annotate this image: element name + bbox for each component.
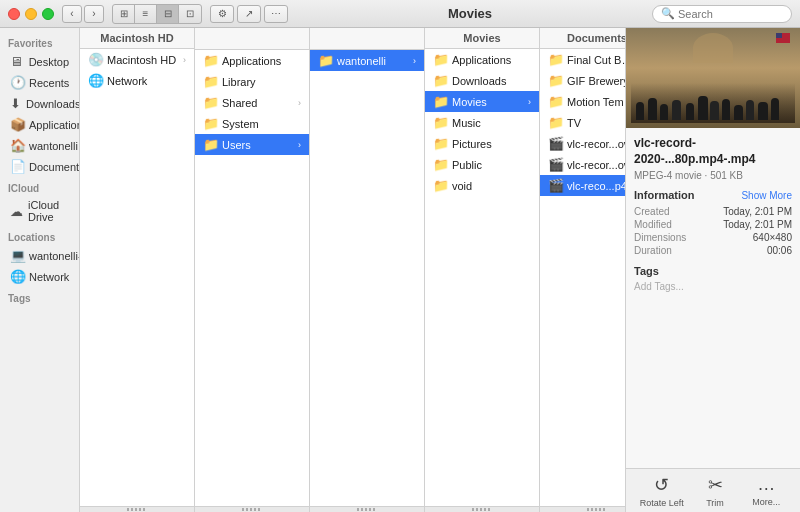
file-icon-public3: 📁 — [433, 157, 447, 172]
trim-icon: ✂ — [708, 474, 723, 496]
file-item-tv[interactable]: 📁 TV › — [540, 112, 625, 133]
file-icon-pictures3: 📁 — [433, 136, 447, 151]
sidebar-section-tags: Tags — [0, 287, 79, 306]
close-button[interactable] — [8, 8, 20, 20]
trim-label: Trim — [706, 498, 724, 508]
share-button[interactable]: ↗ — [237, 5, 261, 23]
view-column-btn[interactable]: ⊟ — [157, 5, 179, 23]
file-item-downloads3[interactable]: 📁 Downloads — [425, 70, 539, 91]
traffic-lights — [8, 8, 54, 20]
file-icon-shared: 📁 — [203, 95, 217, 110]
more-button[interactable]: … More... — [746, 474, 786, 507]
file-item-users[interactable]: 📁 Users › — [195, 134, 309, 155]
search-input[interactable] — [678, 8, 783, 20]
file-icon-tv: 📁 — [548, 115, 562, 130]
file-item-applications2[interactable]: 📁 Applications — [195, 50, 309, 71]
more-icon: … — [757, 474, 775, 495]
file-item-music3[interactable]: 📁 Music — [425, 112, 539, 133]
forward-button[interactable]: › — [84, 5, 104, 23]
maximize-button[interactable] — [42, 8, 54, 20]
back-button[interactable]: ‹ — [62, 5, 82, 23]
sidebar-icon-recents: 🕐 — [10, 75, 24, 90]
sidebar-item-icloud-drive[interactable]: ☁iCloud Drive — [2, 196, 77, 226]
info-label: Created — [634, 206, 670, 217]
file-icon-vlc2: 🎬 — [548, 157, 562, 172]
file-name-system: System — [222, 118, 301, 130]
file-item-shared[interactable]: 📁 Shared › — [195, 92, 309, 113]
add-tags[interactable]: Add Tags... — [634, 281, 792, 292]
column-header-0: Macintosh HD — [80, 28, 194, 49]
scene-background — [626, 28, 800, 128]
column-resize-handle-0[interactable] — [80, 506, 194, 512]
preview-info: vlc-record-2020-...80p.mp4-.mp4 MPEG-4 m… — [626, 128, 800, 468]
file-item-vlc1[interactable]: 🎬 vlc-recor...ov-.mp4 — [540, 133, 625, 154]
file-icon-vlc1: 🎬 — [548, 136, 562, 151]
file-icon-movies3: 📁 — [433, 94, 447, 109]
file-item-movies3[interactable]: 📁 Movies › — [425, 91, 539, 112]
view-gallery-btn[interactable]: ⊡ — [179, 5, 201, 23]
sidebar-item-desktop[interactable]: 🖥Desktop — [2, 51, 77, 72]
info-value: Today, 2:01 PM — [723, 206, 792, 217]
file-name-finalcut: Final Cut Backups — [567, 54, 625, 66]
sidebar-item-downloads[interactable]: ⬇Downloads — [2, 93, 77, 114]
column-resize-handle-1[interactable] — [195, 506, 309, 512]
file-item-system[interactable]: 📁 System — [195, 113, 309, 134]
scene-arch — [693, 33, 733, 63]
column-resize-handle-4[interactable] — [540, 506, 625, 512]
sidebar-icon-network: 🌐 — [10, 269, 24, 284]
sidebar-item-network[interactable]: 🌐Network — [2, 266, 77, 287]
file-item-finalcut[interactable]: 📁 Final Cut Backups › — [540, 49, 625, 70]
file-list-4: 📁 Final Cut Backups › 📁 GIF Brewery 3 › … — [540, 49, 625, 506]
minimize-button[interactable] — [25, 8, 37, 20]
file-item-motiontemplates[interactable]: 📁 Motion Templates › — [540, 91, 625, 112]
info-section-title: Information — [634, 189, 695, 201]
search-bar[interactable]: 🔍 — [652, 5, 792, 23]
file-item-pictures3[interactable]: 📁 Pictures — [425, 133, 539, 154]
sidebar-icon-desktop: 🖥 — [10, 54, 24, 69]
preview-toolbar: ↺ Rotate Left ✂ Trim … More... — [626, 468, 800, 512]
file-arrow-wantonelli2: › — [413, 56, 416, 66]
file-name-applications3: Applications — [452, 54, 531, 66]
arrange-button[interactable]: ⚙ — [210, 5, 234, 23]
file-name-vlc2: vlc-recor...ov-.mp4 — [567, 159, 625, 171]
file-name-network-col1: Network — [107, 75, 186, 87]
info-section-header: Information Show More — [634, 189, 792, 201]
sidebar-item-documents[interactable]: 📄Documents — [2, 156, 77, 177]
file-item-gifbrewery[interactable]: 📁 GIF Brewery 3 › — [540, 70, 625, 91]
more-action-button[interactable]: ⋯ — [264, 5, 288, 23]
trim-button[interactable]: ✂ Trim — [695, 474, 735, 508]
file-item-library[interactable]: 📁 Library — [195, 71, 309, 92]
file-icon-wantonelli2: 📁 — [318, 53, 332, 68]
file-item-applications3[interactable]: 📁 Applications — [425, 49, 539, 70]
file-item-void3[interactable]: 📁 void — [425, 175, 539, 196]
info-value: 00:06 — [767, 245, 792, 256]
file-arrow-shared: › — [298, 98, 301, 108]
sidebar-item-recents[interactable]: 🕐Recents — [2, 72, 77, 93]
sidebar: Favorites🖥Desktop🕐Recents⬇Downloads📦Appl… — [0, 28, 80, 512]
file-item-vlc2[interactable]: 🎬 vlc-recor...ov-.mp4 — [540, 154, 625, 175]
sidebar-item-wantonelli[interactable]: 🏠wantonelli — [2, 135, 77, 156]
preview-panel: vlc-record-2020-...80p.mp4-.mp4 MPEG-4 m… — [625, 28, 800, 512]
sidebar-item-applications[interactable]: 📦Applications — [2, 114, 77, 135]
file-icon-finalcut: 📁 — [548, 52, 562, 67]
sidebar-label-wantonelli: wantonelli — [29, 140, 78, 152]
file-column-3: Movies 📁 Applications 📁 Downloads 📁 Movi… — [425, 28, 540, 512]
file-list-0: 💿 Macintosh HD › 🌐 Network — [80, 49, 194, 506]
sidebar-label-downloads: Downloads — [26, 98, 80, 110]
view-icon-btn[interactable]: ⊞ — [113, 5, 135, 23]
file-item-network-col1[interactable]: 🌐 Network — [80, 70, 194, 91]
file-item-macintosh-hd[interactable]: 💿 Macintosh HD › — [80, 49, 194, 70]
column-resize-handle-2[interactable] — [310, 506, 424, 512]
rotate-left-button[interactable]: ↺ Rotate Left — [640, 474, 684, 508]
sidebar-item-wantonelli-loc[interactable]: 💻wantonelli-... — [2, 245, 77, 266]
file-item-public3[interactable]: 📁 Public — [425, 154, 539, 175]
sidebar-icon-icloud-drive: ☁ — [10, 204, 23, 219]
file-item-wantonelli2[interactable]: 📁 wantonelli › — [310, 50, 424, 71]
view-list-btn[interactable]: ≡ — [135, 5, 157, 23]
file-icon-applications3: 📁 — [433, 52, 447, 67]
column-resize-handle-3[interactable] — [425, 506, 539, 512]
info-label: Duration — [634, 245, 672, 256]
sidebar-section-icloud: iCloud — [0, 177, 79, 196]
show-more-link[interactable]: Show More — [741, 190, 792, 201]
file-item-vlc3[interactable]: 🎬 vlc-reco...p4-.mp4 — [540, 175, 625, 196]
